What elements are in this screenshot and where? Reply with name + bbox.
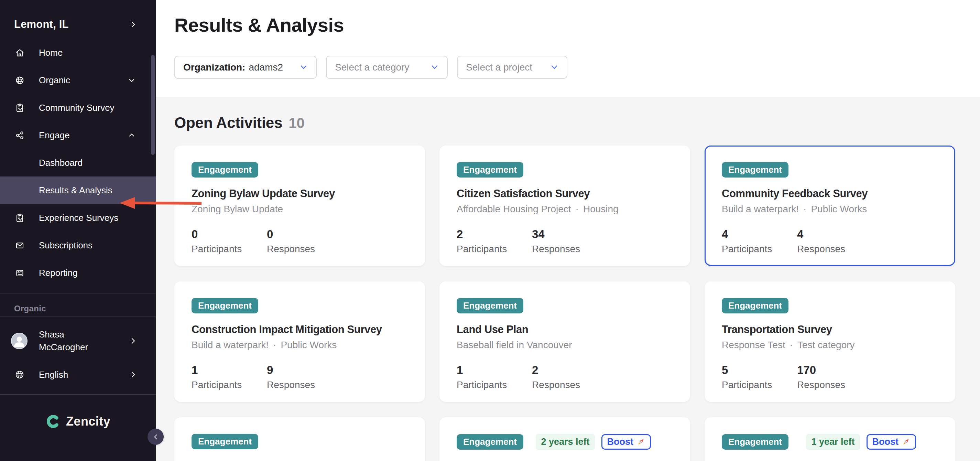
sidebar-item-label: Results & Analysis — [39, 185, 113, 196]
card-top-row: Engagement 1 year left Boost — [722, 434, 938, 450]
subtitle-part: Build a waterpark! — [191, 340, 269, 351]
avatar — [11, 333, 27, 349]
chevron-left-icon — [151, 432, 160, 441]
activity-card[interactable]: Engagement Land Use Plan Baseball field … — [439, 281, 690, 402]
sidebar-item-dashboard[interactable]: Dashboard — [0, 149, 156, 177]
clipboard-check-icon — [15, 103, 24, 113]
sidebar-item-engage[interactable]: Engage — [0, 121, 156, 149]
sidebar-item-label: Organic — [39, 75, 70, 86]
language-label: English — [39, 370, 68, 380]
activity-card[interactable]: Engagement Community Feedback Survey Bui… — [705, 145, 955, 266]
sidebar: Lemont, IL Home Organic Community Survey… — [0, 0, 156, 461]
user-name: Shasa McCarogher — [39, 328, 88, 354]
sidebar-item-home[interactable]: Home — [0, 39, 156, 66]
sidebar-item-results-analysis[interactable]: Results & Analysis — [0, 177, 156, 204]
engagement-badge: Engagement — [191, 434, 258, 449]
participants-value: 2 — [457, 228, 532, 241]
card-subtitle: Baseball field in Vancouver — [457, 340, 673, 351]
engagement-badge: Engagement — [457, 298, 523, 313]
responses-value: 4 — [797, 228, 872, 241]
boost-button[interactable]: Boost — [867, 434, 916, 450]
chevron-up-icon — [127, 131, 136, 139]
globe-wire-icon — [15, 370, 24, 380]
sidebar-item-label: Subscriptions — [39, 240, 92, 251]
participants-stat: 1 Participants — [191, 364, 267, 391]
activity-card[interactable]: Engagement Zoning Bylaw Update Survey Zo… — [174, 145, 425, 266]
home-icon — [15, 48, 24, 57]
card-title: Citizen Satisfaction Survey — [457, 187, 673, 201]
language-selector[interactable]: English — [0, 365, 156, 384]
responses-value: 0 — [267, 228, 342, 241]
chevron-right-icon — [129, 20, 137, 29]
boost-label: Boost — [607, 437, 634, 447]
project-filter-dropdown[interactable]: Select a project — [457, 56, 567, 79]
responses-stat: 0 Responses — [267, 228, 342, 255]
card-stats: 4 Participants 4 Responses — [722, 228, 938, 255]
org-switcher[interactable]: Lemont, IL — [0, 17, 156, 32]
participants-label: Participants — [191, 380, 267, 391]
sidebar-item-label: Community Survey — [39, 102, 115, 113]
card-stats: 1 Participants 2 Responses — [457, 364, 673, 391]
filter-text: Organization:adams2 — [183, 62, 283, 73]
activity-card[interactable]: Engagement 2 years left Boost — [439, 417, 690, 461]
engagement-badge: Engagement — [722, 298, 789, 313]
participants-stat: 2 Participants — [457, 228, 532, 255]
participants-stat: 4 Participants — [722, 228, 797, 255]
activity-card[interactable]: Engagement Citizen Satisfaction Survey A… — [439, 145, 690, 266]
sidebar-item-experience-surveys[interactable]: Experience Surveys — [0, 204, 156, 231]
activity-card[interactable]: Engagement — [174, 417, 425, 461]
card-top-row: Engagement — [457, 298, 673, 313]
dot-separator: · — [803, 204, 807, 215]
dot-separator: · — [273, 340, 276, 351]
subtitle-part: Affordable Housing Project — [457, 204, 571, 215]
zencity-logo-text: Zencity — [66, 414, 110, 429]
activity-card[interactable]: Engagement Construction Impact Mitigatio… — [174, 281, 425, 402]
card-actions: 2 years left Boost — [536, 434, 651, 450]
responses-label: Responses — [797, 244, 872, 255]
engagement-badge: Engagement — [191, 298, 258, 313]
organization-filter-dropdown[interactable]: Organization:adams2 — [174, 56, 317, 79]
sidebar-item-community-survey[interactable]: Community Survey — [0, 94, 156, 121]
participants-value: 4 — [722, 228, 797, 241]
divider — [0, 394, 156, 395]
dot-separator: · — [790, 340, 793, 351]
card-subtitle: Build a waterpark!·Public Works — [722, 204, 938, 215]
chevron-down-icon — [431, 65, 439, 70]
participants-label: Participants — [722, 380, 797, 391]
engagement-badge: Engagement — [191, 162, 258, 177]
user-menu[interactable]: Shasa McCarogher — [0, 328, 156, 354]
activity-card[interactable]: Engagement 1 year left Boost — [705, 417, 955, 461]
participants-value: 0 — [191, 228, 267, 241]
sidebar-item-subscriptions[interactable]: Subscriptions — [0, 231, 156, 259]
activity-card[interactable]: Engagement Transportation Survey Respons… — [705, 281, 955, 402]
sidebar-collapse-button[interactable] — [148, 429, 164, 445]
rocket-icon — [636, 438, 645, 446]
filter-placeholder: Select a project — [466, 62, 532, 73]
responses-label: Responses — [532, 244, 607, 255]
card-title: Land Use Plan — [457, 322, 673, 337]
card-subtitle: Zoning Bylaw Update — [191, 204, 408, 215]
sidebar-item-reporting[interactable]: Reporting — [0, 259, 156, 287]
sidebar-item-organic[interactable]: Organic — [0, 66, 156, 94]
sidebar-item-label: Dashboard — [39, 158, 83, 168]
responses-label: Responses — [267, 380, 342, 391]
participants-stat: 1 Participants — [457, 364, 532, 391]
sidebar-scrollbar-thumb[interactable] — [151, 55, 155, 155]
engagement-badge: Engagement — [457, 434, 523, 450]
responses-value: 34 — [532, 228, 607, 241]
card-title: Transportation Survey — [722, 322, 938, 337]
chevron-right-icon — [129, 370, 137, 379]
responses-value: 170 — [797, 364, 872, 377]
card-title: Construction Impact Mitigation Survey — [191, 322, 408, 337]
chevron-right-icon — [129, 337, 137, 345]
subtitle-part: Response Test — [722, 340, 785, 351]
participants-stat: 5 Participants — [722, 364, 797, 391]
category-filter-dropdown[interactable]: Select a category — [326, 56, 448, 79]
engagement-badge: Engagement — [457, 162, 523, 177]
responses-stat: 170 Responses — [797, 364, 872, 391]
boost-button[interactable]: Boost — [601, 434, 651, 450]
participants-stat: 0 Participants — [191, 228, 267, 255]
card-top-row: Engagement — [191, 298, 408, 313]
sidebar-section-label: Organic — [0, 304, 156, 313]
card-title: Community Feedback Survey — [722, 187, 938, 201]
